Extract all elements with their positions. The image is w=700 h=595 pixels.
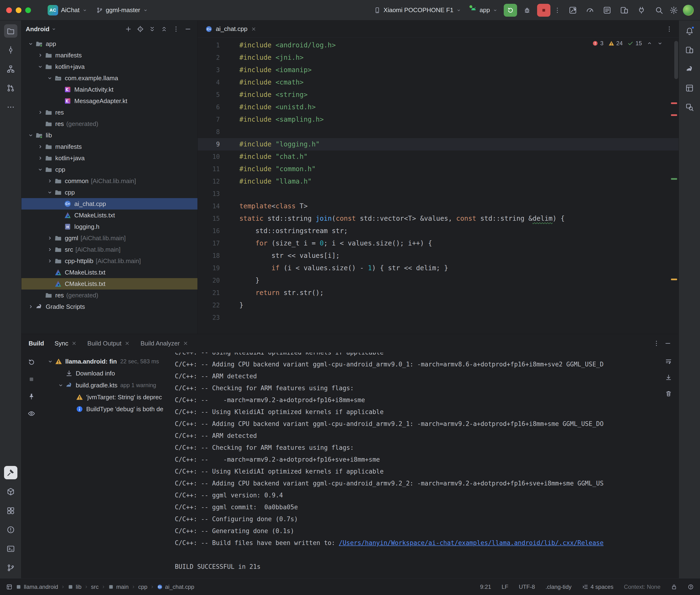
tree-item-res[interactable]: res(generated) (22, 118, 197, 130)
code-text[interactable]: #include <iomanip> (240, 64, 311, 76)
line-number[interactable]: 22 (198, 299, 240, 311)
code-line-2[interactable]: 2#include <jni.h> (198, 51, 678, 64)
chevron-right-icon[interactable] (36, 144, 45, 149)
code-text[interactable]: #include <string> (240, 89, 308, 101)
code-text[interactable]: for (size_t i = 0; i < values.size(); i+… (240, 237, 432, 250)
tree-item-messageadapter-kt[interactable]: MessageAdapter.kt (22, 95, 197, 107)
code-line-9[interactable]: 9#include "logging.h" (198, 138, 678, 150)
code-text[interactable]: #include "logging.h" (240, 138, 319, 150)
soft-wrap-icon[interactable] (663, 356, 674, 366)
line-number[interactable]: 9 (198, 138, 240, 150)
version-control-icon[interactable] (4, 561, 18, 574)
line-number[interactable]: 16 (198, 225, 240, 237)
pin-icon[interactable] (26, 391, 37, 402)
close-tab-icon[interactable] (251, 26, 256, 32)
line-number[interactable]: 10 (198, 150, 240, 163)
chevron-right-icon[interactable] (36, 155, 45, 161)
chevron-down-icon[interactable] (45, 190, 54, 195)
code-text[interactable]: template<class T> (240, 200, 308, 213)
problems-icon[interactable] (4, 523, 18, 536)
tree-item-mainactivity-kt[interactable]: MainActivity.kt (22, 84, 197, 95)
terminal-icon[interactable] (4, 542, 18, 556)
close-icon[interactable] (124, 340, 130, 346)
close-icon[interactable] (183, 340, 188, 346)
device-manager-icon[interactable] (619, 5, 629, 16)
warning-stripe-mark[interactable] (671, 279, 677, 280)
chevron-down-icon[interactable] (36, 64, 45, 69)
tree-item-com-example-llama[interactable]: com.example.llama (22, 73, 197, 84)
tab-build-analyzer[interactable]: Build Analyzer (141, 340, 188, 347)
chevron-down-icon[interactable] (36, 167, 45, 172)
profiler-icon[interactable] (585, 5, 595, 16)
tree-item-res[interactable]: res (22, 107, 197, 118)
lock-icon[interactable] (671, 584, 677, 590)
tree-item-kotlin-java[interactable]: kotlin+java (22, 152, 197, 164)
code-line-20[interactable]: 20 } (198, 274, 678, 287)
code-line-5[interactable]: 5#include <string> (198, 89, 678, 101)
passed-indicator[interactable]: 15 (627, 40, 642, 47)
chevron-down-icon[interactable] (26, 41, 35, 47)
code-line-21[interactable]: 21 return str.str(); (198, 287, 678, 299)
chevron-right-icon[interactable] (45, 258, 54, 264)
app-inspection-icon[interactable] (683, 101, 696, 114)
line-number[interactable]: 19 (198, 262, 240, 274)
code-text[interactable]: } (240, 299, 244, 311)
trash-icon[interactable] (663, 388, 674, 399)
line-number[interactable]: 7 (198, 113, 240, 126)
hide-panel-icon[interactable] (664, 340, 671, 347)
code-line-15[interactable]: 15static std::string join(const std::vec… (198, 213, 678, 225)
rerun-gray-icon[interactable] (26, 357, 37, 367)
structure-icon[interactable] (4, 62, 18, 76)
code-line-10[interactable]: 10#include "chat.h" (198, 150, 678, 163)
line-number[interactable]: 13 (198, 188, 240, 200)
tree-item-cmakelists-txt[interactable]: CMakeLists.txt (22, 278, 197, 289)
line-number[interactable]: 20 (198, 274, 240, 287)
expand-all-icon[interactable] (147, 24, 158, 34)
chevron-down-icon[interactable] (26, 132, 35, 138)
breadcrumb-item-main[interactable]: main (108, 584, 129, 590)
chevron-right-icon[interactable] (36, 52, 45, 58)
tab-build-output[interactable]: Build Output (87, 340, 130, 347)
chevron-right-icon[interactable] (45, 235, 54, 241)
inspections-widget[interactable]: 3 24 15 (592, 40, 663, 47)
code-line-14[interactable]: 14template<class T> (198, 200, 678, 213)
indent-widget[interactable]: 4 spaces (582, 584, 614, 590)
logcat-icon[interactable] (602, 5, 612, 16)
scroll-end-icon[interactable] (663, 372, 674, 382)
code-line-13[interactable]: 13 (198, 188, 678, 200)
code-line-3[interactable]: 3#include <iomanip> (198, 64, 678, 76)
build-tree-item-jvmtarget-string-is-deprec[interactable]: 'jvmTarget: String' is deprec (41, 391, 175, 403)
project-selector[interactable]: AC AiChat (45, 3, 90, 18)
tree-item-cmakelists-txt[interactable]: CMakeLists.txt (22, 209, 197, 221)
build-tree-item-download-info[interactable]: Download info (41, 367, 175, 379)
collapse-all-icon[interactable] (159, 24, 169, 34)
code-text[interactable]: #include <sampling.h> (240, 113, 324, 126)
editor-tab-ai-chat-cpp[interactable]: C+ ai_chat.cpp (200, 21, 262, 37)
code-text[interactable]: } (240, 274, 259, 287)
caret-position[interactable]: 9:21 (480, 584, 491, 590)
more-run-actions-icon[interactable] (554, 7, 561, 14)
breadcrumb-item-ai-chat-cpp[interactable]: C+ai_chat.cpp (157, 584, 194, 590)
eye-icon[interactable] (26, 408, 37, 419)
error-stripe-mark[interactable] (671, 103, 677, 104)
code-text[interactable]: #include "common.h" (240, 163, 315, 175)
errors-indicator[interactable]: 3 (592, 40, 603, 47)
breadcrumb-item-llama-android[interactable]: llama.android (16, 584, 58, 590)
sdk-manager-icon[interactable] (567, 5, 578, 16)
code-text[interactable]: #include <jni.h> (240, 51, 304, 64)
project-icon[interactable] (4, 24, 18, 38)
tree-item-gradle-scripts[interactable]: Gradle Scripts (22, 301, 197, 312)
next-issue-icon[interactable] (657, 40, 663, 46)
chevron-down-icon[interactable] (52, 27, 56, 31)
close-window-button[interactable] (6, 7, 12, 13)
line-number[interactable]: 4 (198, 76, 240, 89)
code-line-7[interactable]: 7#include <sampling.h> (198, 113, 678, 126)
build-tree-item-buildtype-debug-is-both-de[interactable]: BuildType 'debug' is both de (41, 403, 175, 415)
tree-item-common[interactable]: common[AiChat.lib.main] (22, 175, 197, 187)
pull-requests-icon[interactable] (4, 81, 18, 95)
more-tools-icon[interactable] (4, 101, 18, 114)
chevron-down-icon[interactable] (56, 382, 65, 388)
line-number[interactable]: 14 (198, 200, 240, 213)
code-line-11[interactable]: 11#include "common.h" (198, 163, 678, 175)
commit-icon[interactable] (4, 43, 18, 57)
